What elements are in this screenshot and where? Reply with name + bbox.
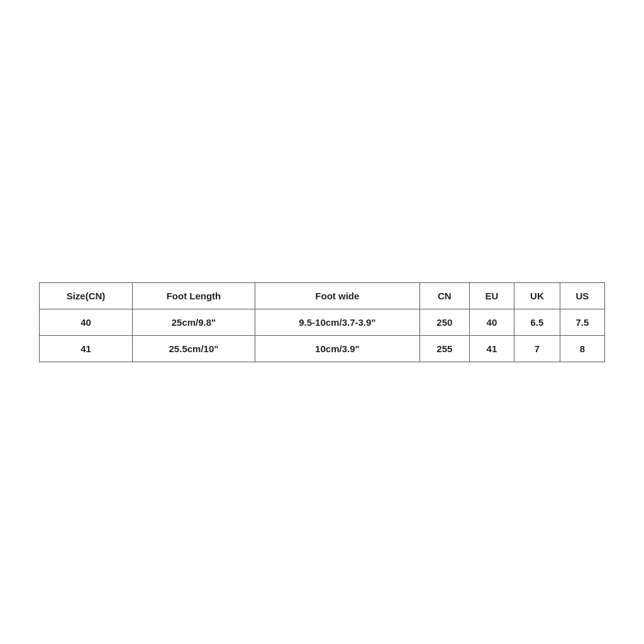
- table-row: 40 25cm/9.8" 9.5-10cm/3.7-3.9" 250 40 6.…: [40, 309, 605, 335]
- cell-foot-wide-2: 10cm/3.9": [255, 335, 419, 362]
- cell-cn-2: 255: [419, 335, 469, 362]
- cell-us-1: 7.5: [560, 309, 604, 335]
- cell-uk-2: 7: [514, 335, 560, 362]
- header-us: US: [560, 282, 604, 309]
- size-chart-table: Size(CN) Foot Length Foot wide CN EU UK …: [39, 282, 605, 362]
- table-row: 41 25.5cm/10" 10cm/3.9" 255 41 7 8: [40, 335, 605, 362]
- header-size-cn: Size(CN): [40, 282, 133, 309]
- cell-us-2: 8: [560, 335, 604, 362]
- header-eu: EU: [469, 282, 514, 309]
- header-cn: CN: [419, 282, 469, 309]
- header-foot-length: Foot Length: [132, 282, 255, 309]
- cell-eu-2: 41: [469, 335, 514, 362]
- table-header-row: Size(CN) Foot Length Foot wide CN EU UK …: [40, 282, 605, 309]
- header-uk: UK: [514, 282, 560, 309]
- cell-foot-wide-1: 9.5-10cm/3.7-3.9": [255, 309, 419, 335]
- cell-eu-1: 40: [469, 309, 514, 335]
- cell-cn-1: 250: [419, 309, 469, 335]
- cell-size-cn-2: 41: [40, 335, 133, 362]
- size-chart-container: Size(CN) Foot Length Foot wide CN EU UK …: [39, 282, 605, 362]
- cell-foot-length-1: 25cm/9.8": [132, 309, 255, 335]
- cell-size-cn-1: 40: [40, 309, 133, 335]
- cell-foot-length-2: 25.5cm/10": [132, 335, 255, 362]
- header-foot-wide: Foot wide: [255, 282, 419, 309]
- cell-uk-1: 6.5: [514, 309, 560, 335]
